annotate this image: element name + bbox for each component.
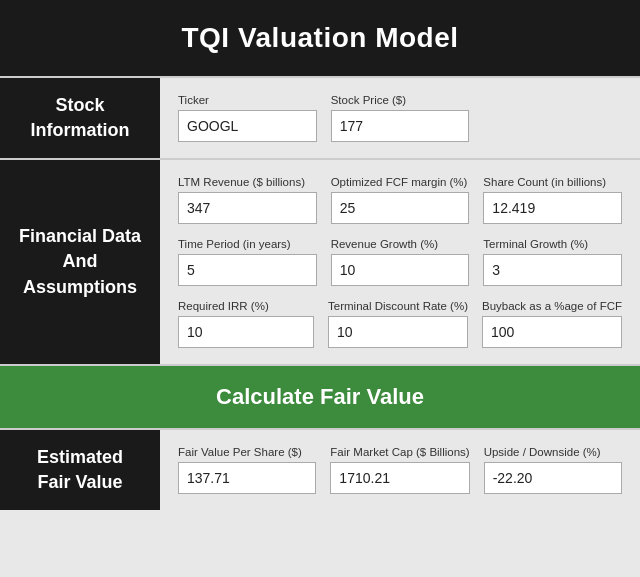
stock-price-input[interactable]	[331, 110, 470, 142]
stock-field-row: Ticker Stock Price ($)	[178, 94, 622, 142]
fair-value-per-share-input[interactable]	[178, 462, 316, 494]
ticker-input[interactable]	[178, 110, 317, 142]
share-count-input[interactable]	[483, 192, 622, 224]
financial-row-2: Time Period (in years) Revenue Growth (%…	[178, 238, 622, 286]
required-irr-input[interactable]	[178, 316, 314, 348]
terminal-growth-input[interactable]	[483, 254, 622, 286]
fair-market-cap-input[interactable]	[330, 462, 469, 494]
fair-value-section-content: Fair Value Per Share ($) Fair Market Cap…	[160, 430, 640, 510]
optimized-fcf-input[interactable]	[331, 192, 470, 224]
revenue-growth-input[interactable]	[331, 254, 470, 286]
fair-value-field-row: Fair Value Per Share ($) Fair Market Cap…	[178, 446, 622, 494]
stock-price-label: Stock Price ($)	[331, 94, 470, 106]
financial-section-content: LTM Revenue ($ billions) Optimized FCF m…	[160, 160, 640, 364]
upside-downside-field: Upside / Downside (%)	[484, 446, 622, 494]
share-count-field: Share Count (in billions)	[483, 176, 622, 224]
optimized-fcf-label: Optimized FCF margin (%)	[331, 176, 470, 188]
stock-label-text: StockInformation	[31, 93, 130, 143]
fair-value-section: EstimatedFair Value Fair Value Per Share…	[0, 428, 640, 510]
buyback-input[interactable]	[482, 316, 622, 348]
ltm-revenue-input[interactable]	[178, 192, 317, 224]
optimized-fcf-field: Optimized FCF margin (%)	[331, 176, 470, 224]
calculate-button[interactable]: Calculate Fair Value	[10, 384, 630, 410]
financial-section: Financial DataAndAssumptions LTM Revenue…	[0, 158, 640, 364]
upside-downside-input[interactable]	[484, 462, 622, 494]
required-irr-label: Required IRR (%)	[178, 300, 314, 312]
upside-downside-label: Upside / Downside (%)	[484, 446, 622, 458]
time-period-label: Time Period (in years)	[178, 238, 317, 250]
page-title: TQI Valuation Model	[10, 22, 630, 54]
fair-value-per-share-label: Fair Value Per Share ($)	[178, 446, 316, 458]
fair-value-label-text: EstimatedFair Value	[37, 445, 123, 495]
terminal-growth-field: Terminal Growth (%)	[483, 238, 622, 286]
terminal-discount-input[interactable]	[328, 316, 468, 348]
financial-section-label: Financial DataAndAssumptions	[0, 160, 160, 364]
financial-row-3: Required IRR (%) Terminal Discount Rate …	[178, 300, 622, 348]
ltm-revenue-field: LTM Revenue ($ billions)	[178, 176, 317, 224]
financial-row-1: LTM Revenue ($ billions) Optimized FCF m…	[178, 176, 622, 224]
revenue-growth-label: Revenue Growth (%)	[331, 238, 470, 250]
page-header: TQI Valuation Model	[0, 0, 640, 76]
terminal-discount-label: Terminal Discount Rate (%)	[328, 300, 468, 312]
ticker-field: Ticker	[178, 94, 317, 142]
terminal-discount-field: Terminal Discount Rate (%)	[328, 300, 468, 348]
fair-value-section-label: EstimatedFair Value	[0, 430, 160, 510]
stock-price-field: Stock Price ($)	[331, 94, 470, 142]
buyback-label: Buyback as a %age of FCF	[482, 300, 622, 312]
fair-market-cap-field: Fair Market Cap ($ Billions)	[330, 446, 469, 494]
share-count-label: Share Count (in billions)	[483, 176, 622, 188]
fair-market-cap-label: Fair Market Cap ($ Billions)	[330, 446, 469, 458]
stock-section-content: Ticker Stock Price ($)	[160, 78, 640, 158]
ltm-revenue-label: LTM Revenue ($ billions)	[178, 176, 317, 188]
required-irr-field: Required IRR (%)	[178, 300, 314, 348]
buyback-field: Buyback as a %age of FCF	[482, 300, 622, 348]
stock-section: StockInformation Ticker Stock Price ($)	[0, 76, 640, 158]
fair-value-per-share-field: Fair Value Per Share ($)	[178, 446, 316, 494]
revenue-growth-field: Revenue Growth (%)	[331, 238, 470, 286]
time-period-input[interactable]	[178, 254, 317, 286]
stock-section-label: StockInformation	[0, 78, 160, 158]
time-period-field: Time Period (in years)	[178, 238, 317, 286]
ticker-label: Ticker	[178, 94, 317, 106]
terminal-growth-label: Terminal Growth (%)	[483, 238, 622, 250]
calculate-section[interactable]: Calculate Fair Value	[0, 364, 640, 428]
financial-label-text: Financial DataAndAssumptions	[19, 224, 141, 300]
